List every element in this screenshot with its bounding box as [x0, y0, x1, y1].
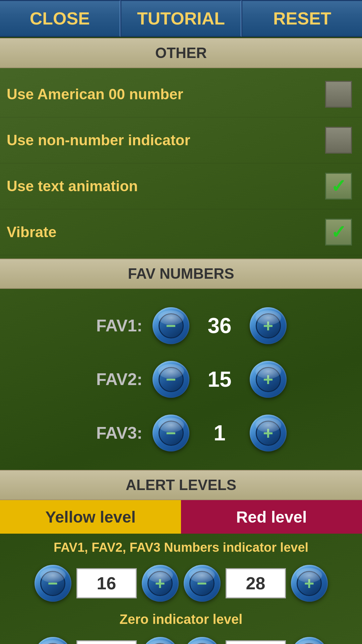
other-section-header: OTHER — [0, 38, 362, 68]
settings-section: Use American 00 number Use non-number in… — [0, 68, 362, 259]
fav-yellow-plus-button[interactable]: + — [142, 565, 179, 602]
setting-row-nonnumber: Use non-number indicator — [0, 117, 362, 163]
minus-icon: − — [48, 575, 58, 592]
fav-numbers-section-header: FAV NUMBERS — [0, 259, 362, 289]
fav-numbers-section: FAV1: − 36 + FAV2: − 15 + FAV3: — [0, 289, 362, 470]
fav1-row: FAV1: − 36 + — [0, 299, 362, 353]
fav-red-minus-button[interactable]: − — [184, 565, 221, 602]
minus-icon: − — [197, 575, 207, 592]
plus-icon: + — [155, 575, 165, 592]
alert-levels-section-header: ALERT LEVELS — [0, 470, 362, 500]
minus-icon: − — [166, 424, 176, 442]
red-level-label: Red level — [181, 500, 362, 534]
fav2-plus-inner: + — [256, 367, 281, 392]
zero-indicator-label: Zero indicator level — [0, 608, 362, 630]
fav3-minus-inner: − — [159, 421, 184, 446]
minus-icon: − — [166, 371, 176, 388]
nonnumber-checkbox[interactable] — [325, 127, 352, 154]
fav3-value: 1 — [199, 421, 240, 445]
setting-row-vibrate: Vibrate ✓ — [0, 209, 362, 255]
zero-alert-controls: − 16 + − 28 + — [0, 630, 362, 644]
fav1-minus-inner: − — [159, 313, 184, 338]
fav-red-value[interactable]: 28 — [226, 568, 286, 598]
textanim-checkbox[interactable]: ✓ — [325, 173, 352, 200]
minus-icon: − — [166, 317, 176, 334]
zero-yellow-plus-button[interactable]: + — [142, 637, 179, 644]
zero-yellow-value[interactable]: 16 — [76, 640, 137, 644]
setting-row-american00: Use American 00 number — [0, 71, 362, 117]
yellow-level-label: Yellow level — [0, 500, 181, 534]
close-button[interactable]: CLOSE — [0, 0, 120, 37]
fav2-plus-button[interactable]: + — [250, 361, 287, 398]
fav-indicator-label: FAV1, FAV2, FAV3 Numbers indicator level — [0, 534, 362, 558]
fav-red-plus-button[interactable]: + — [291, 565, 328, 602]
fav3-plus-button[interactable]: + — [250, 415, 287, 451]
nonnumber-label: Use non-number indicator — [7, 132, 190, 149]
reset-button[interactable]: RESET — [241, 0, 362, 37]
fav2-label: FAV2: — [75, 370, 142, 389]
fav-yellow-value[interactable]: 16 — [76, 568, 137, 598]
fav2-row: FAV2: − 15 + — [0, 353, 362, 406]
fav1-label: FAV1: — [75, 316, 142, 335]
tutorial-button[interactable]: TUTORIAL — [120, 0, 242, 37]
american00-label: Use American 00 number — [7, 86, 183, 103]
fav-yellow-minus-button[interactable]: − — [35, 565, 71, 602]
fav2-minus-button[interactable]: − — [153, 361, 189, 398]
fav-alert-controls: − 16 + − 28 + — [0, 558, 362, 608]
plus-icon: + — [304, 575, 314, 592]
alert-section: Yellow level Red level FAV1, FAV2, FAV3 … — [0, 500, 362, 644]
fav1-plus-button[interactable]: + — [250, 307, 287, 344]
fav3-plus-inner: + — [256, 421, 281, 446]
plus-icon: + — [263, 371, 273, 388]
fav1-value: 36 — [199, 313, 240, 338]
textanim-label: Use text animation — [7, 178, 138, 195]
fav2-value: 15 — [199, 367, 240, 392]
fav3-label: FAV3: — [75, 423, 142, 443]
fav1-plus-inner: + — [256, 313, 281, 338]
plus-icon: + — [263, 317, 273, 334]
vibrate-checkbox[interactable]: ✓ — [325, 219, 352, 246]
alert-level-bar: Yellow level Red level — [0, 500, 362, 534]
zero-red-minus-button[interactable]: − — [184, 637, 221, 644]
zero-red-value[interactable]: 28 — [226, 640, 286, 644]
zero-red-plus-button[interactable]: + — [291, 637, 328, 644]
checkmark-icon: ✓ — [331, 221, 346, 243]
fav2-minus-inner: − — [159, 367, 184, 392]
fav3-minus-button[interactable]: − — [153, 415, 189, 451]
setting-row-textanim: Use text animation ✓ — [0, 163, 362, 209]
plus-icon: + — [263, 424, 273, 442]
american00-checkbox[interactable] — [325, 81, 352, 108]
top-bar: CLOSE TUTORIAL RESET — [0, 0, 362, 38]
zero-yellow-minus-button[interactable]: − — [35, 637, 71, 644]
fav1-minus-button[interactable]: − — [153, 307, 189, 344]
fav3-row: FAV3: − 1 + — [0, 406, 362, 460]
vibrate-label: Vibrate — [7, 224, 56, 240]
checkmark-icon: ✓ — [331, 175, 346, 197]
